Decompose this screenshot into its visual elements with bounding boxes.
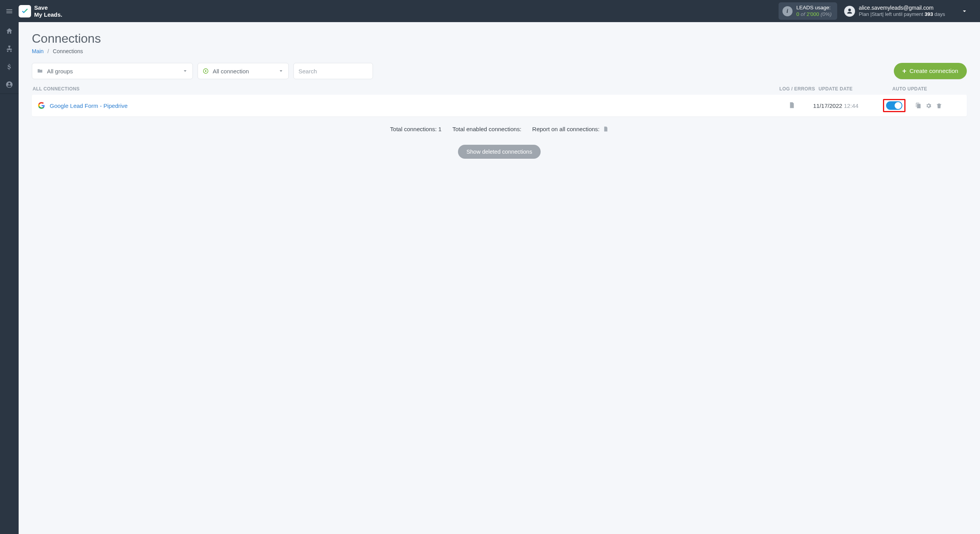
- check-icon: [21, 7, 29, 16]
- connection-auto-cell: [883, 99, 961, 112]
- table-header: All connections Log / Errors Update date…: [32, 86, 967, 95]
- sidebar-item-billing[interactable]: [0, 58, 19, 76]
- breadcrumb: Main / Connections: [32, 48, 967, 54]
- svg-rect-0: [9, 46, 10, 47]
- avatar: [844, 6, 855, 17]
- google-icon: [38, 102, 45, 109]
- user-circle-icon: [5, 81, 13, 88]
- connection-date-cell: 11/17/2022 12:44: [813, 102, 883, 109]
- status-filter-label: All connection: [213, 68, 249, 75]
- toggle-knob: [895, 102, 902, 109]
- gear-icon[interactable]: [925, 102, 932, 109]
- chevron-down-icon: [182, 68, 188, 74]
- usage-label: LEADS usage:: [796, 5, 832, 11]
- menu-toggle-button[interactable]: [0, 0, 19, 22]
- breadcrumb-separator: /: [45, 48, 51, 54]
- usage-values: 0 of 2'000 (0%): [796, 11, 832, 18]
- create-connection-button[interactable]: + Create connection: [894, 63, 967, 79]
- main-content: Connections Main / Connections All group…: [19, 22, 980, 534]
- dollar-icon: [5, 63, 13, 71]
- usage-of-word: of: [801, 11, 805, 17]
- sidebar-divider: [0, 94, 19, 94]
- th-name: All connections: [33, 86, 776, 92]
- hamburger-icon: [5, 7, 13, 15]
- report-file-icon[interactable]: [603, 126, 609, 132]
- brand-line1: Save: [34, 4, 62, 11]
- usage-percent: (0%): [820, 11, 832, 17]
- sidebar: [0, 22, 19, 534]
- home-icon: [5, 27, 13, 35]
- brand-text: Save My Leads.: [34, 4, 62, 18]
- search-input[interactable]: [298, 68, 368, 75]
- th-auto: Auto update: [888, 86, 966, 92]
- search-box[interactable]: [293, 63, 373, 79]
- usage-text: LEADS usage: 0 of 2'000 (0%): [796, 5, 832, 18]
- stat-enabled: Total enabled connections:: [453, 126, 522, 132]
- stat-report: Report on all connections:: [532, 126, 609, 132]
- sidebar-item-connections[interactable]: [0, 40, 19, 58]
- connection-date: 11/17/2022: [813, 102, 842, 109]
- account-email: alice.savemyleads@gmail.com: [859, 5, 945, 12]
- connection-name-cell: Google Lead Form - Pipedrive: [38, 102, 770, 109]
- connection-log-cell: [770, 101, 813, 110]
- status-filter-select[interactable]: All connection: [198, 63, 289, 79]
- usage-box[interactable]: i LEADS usage: 0 of 2'000 (0%): [779, 2, 837, 20]
- breadcrumb-home-link[interactable]: Main: [32, 48, 43, 54]
- connections-stats: Total connections: 1 Total enabled conne…: [32, 126, 967, 132]
- filter-toolbar: All groups All connection + Create conne…: [32, 63, 967, 79]
- log-file-icon[interactable]: [788, 101, 795, 109]
- topbar: Save My Leads. i LEADS usage: 0 of 2'000…: [0, 0, 980, 22]
- account-menu[interactable]: alice.savemyleads@gmail.com Plan |Start|…: [844, 5, 980, 18]
- page-title: Connections: [32, 31, 967, 46]
- show-deleted-button[interactable]: Show deleted connections: [458, 145, 541, 159]
- auto-update-toggle[interactable]: [886, 101, 902, 110]
- sidebar-item-account[interactable]: [0, 76, 19, 94]
- connection-time: 12:44: [844, 102, 859, 109]
- brand-line2: My Leads.: [34, 11, 62, 18]
- sitemap-icon: [5, 45, 13, 53]
- chevron-down-icon: [278, 68, 284, 74]
- sidebar-item-home[interactable]: [0, 22, 19, 40]
- user-icon: [846, 8, 853, 15]
- chevron-down-icon: [961, 8, 968, 14]
- usage-total: 2'000: [807, 11, 819, 17]
- folder-icon: [37, 68, 43, 74]
- create-connection-label: Create connection: [909, 68, 958, 75]
- th-log: Log / Errors: [776, 86, 819, 92]
- row-actions: [915, 102, 942, 109]
- account-text: alice.savemyleads@gmail.com Plan |Start|…: [859, 5, 945, 18]
- trash-icon[interactable]: [936, 102, 942, 109]
- auto-update-highlight: [883, 99, 905, 112]
- info-icon: i: [782, 6, 793, 16]
- account-chevron[interactable]: [957, 8, 972, 14]
- breadcrumb-current: Connections: [53, 48, 83, 54]
- plus-icon: +: [902, 68, 907, 75]
- stat-total: Total connections: 1: [390, 126, 442, 132]
- group-filter-label: All groups: [47, 68, 73, 75]
- copy-icon[interactable]: [915, 102, 921, 109]
- group-filter-select[interactable]: All groups: [32, 63, 193, 79]
- usage-used: 0: [796, 11, 800, 17]
- connection-name-link[interactable]: Google Lead Form - Pipedrive: [50, 102, 128, 109]
- brand-logo: [19, 5, 31, 17]
- account-plan: Plan |Start| left until payment 393 days: [859, 11, 945, 17]
- th-date: Update date: [819, 86, 888, 92]
- play-circle-icon: [203, 68, 209, 74]
- connection-row: Google Lead Form - Pipedrive 11/17/2022 …: [32, 95, 967, 116]
